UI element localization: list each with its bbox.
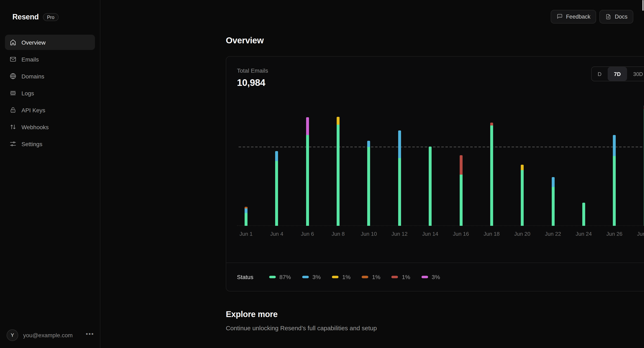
bar-jun-4 — [275, 151, 278, 226]
bar-jun-22 — [552, 177, 554, 226]
total-emails-card: Total Emails 10,984 D7D30D3M6M12M Jun 1J… — [226, 56, 644, 292]
stats-value: 10,984 — [237, 77, 268, 88]
stats-label: Total Emails — [237, 67, 268, 74]
green-segment — [490, 125, 493, 226]
range-option-7d[interactable]: 7D — [608, 67, 627, 81]
app-window: Resend Pro Overview Emails — [0, 0, 644, 348]
legend-percent: 1% — [372, 274, 380, 280]
x-tick-label: Jun 16 — [453, 231, 469, 237]
sidebar-item-label: API Keys — [22, 107, 45, 113]
explore-subtitle: Continue unlocking Resend’s full capabil… — [226, 324, 377, 332]
ellipsis-icon[interactable]: ••• — [86, 332, 94, 338]
feedback-button[interactable]: Feedback — [551, 10, 596, 24]
stats-block: Total Emails 10,984 — [237, 67, 268, 88]
x-tick-label: Jun 8 — [332, 231, 345, 237]
green-segment — [429, 146, 432, 226]
sidebar-item-api-keys[interactable]: API Keys — [5, 102, 95, 118]
sidebar-item-emails[interactable]: Emails — [5, 52, 95, 67]
blue-segment — [552, 177, 554, 187]
green-segment — [582, 203, 585, 226]
red-swatch — [392, 276, 398, 278]
blue-segment — [244, 208, 248, 213]
x-tick-label: Jun 18 — [484, 231, 500, 237]
feedback-icon — [556, 14, 563, 20]
scrollbar-thumb[interactable] — [642, 0, 644, 11]
blue-segment — [275, 151, 278, 161]
sidebar-item-domains[interactable]: Domains — [5, 68, 95, 84]
sidebar-item-webhooks[interactable]: Webhooks — [5, 119, 95, 134]
docs-button[interactable]: Docs — [600, 10, 633, 24]
sidebar-item-label: Overview — [22, 39, 46, 46]
average-line — [238, 146, 644, 147]
magenta-segment — [306, 117, 309, 135]
brand-logo: Resend — [12, 13, 39, 22]
chart-plot: Jun 1Jun 4Jun 6Jun 8Jun 10Jun 12Jun 14Ju… — [237, 100, 644, 226]
red-segment — [460, 155, 462, 174]
docs-icon — [605, 14, 612, 20]
sidebar-item-label: Emails — [22, 56, 39, 62]
logs-icon — [10, 90, 16, 96]
x-tick-label: Jun 12 — [392, 231, 408, 237]
explore-title: Explore more — [226, 310, 278, 319]
top-actions: Feedback Docs — [551, 10, 633, 24]
legend-percent: 1% — [342, 274, 350, 280]
green-segment — [337, 125, 340, 226]
green-segment — [398, 158, 401, 226]
range-option-d[interactable]: D — [591, 67, 608, 81]
x-tick-label: Jun 28 — [637, 231, 644, 237]
user-menu[interactable]: Y you@example.com ••• — [6, 330, 94, 341]
arrows-up-down-icon — [10, 124, 16, 130]
yellow-segment — [521, 165, 524, 170]
main-content: Feedback Docs Overview Total Emails 10,9… — [100, 0, 644, 348]
bar-jun-1 — [244, 207, 248, 226]
legend-item-orange: 1% — [362, 274, 380, 280]
sidebar-item-label: Settings — [22, 140, 42, 147]
sidebar-item-label: Domains — [22, 73, 44, 80]
legend-item-magenta: 3% — [421, 274, 440, 280]
legend-percent: 3% — [312, 274, 320, 280]
red-segment — [490, 122, 493, 125]
bar-jun-26 — [613, 135, 616, 226]
sidebar-item-overview[interactable]: Overview — [5, 35, 95, 50]
x-tick-label: Jun 4 — [270, 231, 284, 237]
green-segment — [521, 170, 524, 226]
blue-segment — [368, 140, 370, 147]
plan-badge: Pro — [43, 13, 58, 21]
globe-icon — [10, 73, 16, 80]
lock-icon — [10, 106, 16, 114]
green-segment — [244, 213, 248, 226]
mail-icon — [10, 56, 16, 63]
green-segment — [460, 174, 462, 226]
legend-item-blue: 3% — [302, 274, 320, 280]
sidebar-item-label: Logs — [22, 90, 34, 96]
card-footer: Status 87%3%1%1%1%3% Learn more — [226, 263, 644, 291]
x-tick-label: Jun 10 — [361, 231, 377, 237]
x-tick-label: Jun 6 — [301, 231, 314, 237]
blue-swatch — [302, 276, 308, 278]
green-segment — [306, 135, 309, 226]
yellow-swatch — [332, 276, 338, 278]
legend-item-green: 87% — [269, 274, 291, 280]
x-tick-label: Jun 1 — [240, 231, 253, 237]
x-tick-label: Jun 26 — [606, 231, 622, 237]
bar-jun-10 — [368, 140, 370, 226]
magenta-swatch — [421, 276, 428, 278]
sidebar-item-logs[interactable]: Logs — [5, 86, 95, 101]
sidebar-item-settings[interactable]: Settings — [5, 136, 95, 152]
home-icon — [10, 39, 16, 46]
x-tick-label: Jun 14 — [422, 231, 438, 237]
sidebar-item-label: Webhooks — [22, 124, 49, 130]
legend-percent: 1% — [402, 274, 410, 280]
sliders-icon — [10, 140, 16, 147]
range-option-30d[interactable]: 30D — [627, 67, 644, 81]
orange-swatch — [362, 276, 368, 278]
x-tick-label: Jun 22 — [545, 231, 561, 237]
blue-segment — [398, 131, 401, 158]
status-label: Status — [237, 274, 253, 280]
brand-row: Resend Pro — [5, 0, 95, 22]
docs-label: Docs — [615, 14, 628, 20]
time-range-selector: D7D30D3M6M12M — [591, 66, 644, 81]
user-email: you@example.com — [23, 332, 81, 338]
bar-jun-18 — [490, 122, 493, 226]
sidebar-nav: Overview Emails Domains — [5, 35, 95, 152]
